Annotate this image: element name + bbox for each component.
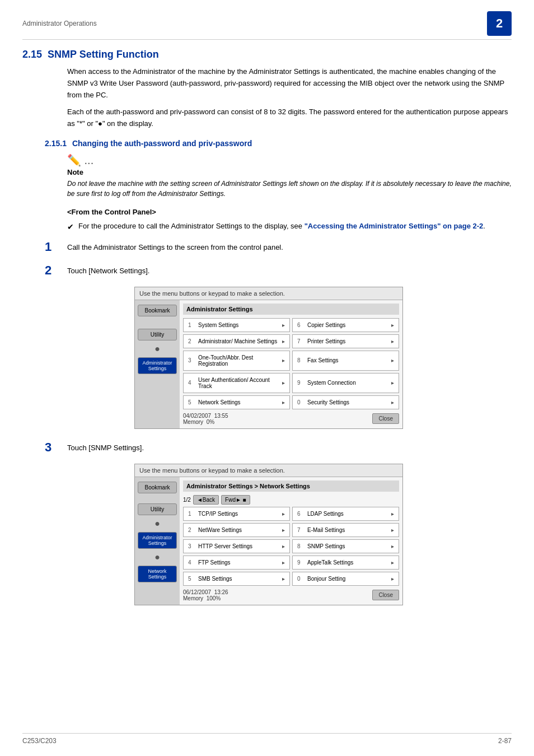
menu-item-label: LDAP Settings xyxy=(307,511,388,517)
screen2-inner: Bookmark Utility ● Administrator Setting… xyxy=(135,477,402,605)
menu-item-arrow: ▸ xyxy=(391,559,394,566)
screen1-header: Administrator Settings xyxy=(183,304,399,315)
menu-item-label: Copier Settings xyxy=(307,322,388,328)
menu-item-arrow: ▸ xyxy=(391,380,394,386)
screen2-admin-icon2: ● xyxy=(154,552,160,562)
section-body: When access to the Administrator of the … xyxy=(67,66,512,130)
menu-item[interactable]: 3One-Touch/Abbr. Dest Registration▸ xyxy=(183,351,290,371)
page-header: Administrator Operations 2 xyxy=(22,11,512,40)
menu-item-label: SMB Settings xyxy=(198,576,279,582)
menu-item[interactable]: 1System Settings▸ xyxy=(183,318,290,332)
step-1-text: Call the Administrator Settings to the s… xyxy=(67,240,283,254)
menu-item[interactable]: 4FTP Settings▸ xyxy=(183,556,290,570)
menu-item-arrow: ▸ xyxy=(391,576,394,582)
menu-item-arrow: ▸ xyxy=(391,543,394,549)
checkmark-icon: ✔ xyxy=(67,221,74,233)
sub-section-heading: 2.15.1 Changing the auth-password and pr… xyxy=(45,139,512,148)
menu-item[interactable]: 3HTTP Server Settings▸ xyxy=(183,539,290,553)
intro-para-1: When access to the Administrator of the … xyxy=(67,66,512,101)
menu-item-label: AppleTalk Settings xyxy=(307,559,388,566)
menu-item-label: System Settings xyxy=(198,322,279,328)
screen2-utility-btn[interactable]: Utility xyxy=(138,503,177,515)
admin-icon: ● xyxy=(154,344,160,354)
screen1-menu-grid: 1System Settings▸6Copier Settings▸2Admin… xyxy=(183,318,399,409)
menu-item-num: 9 xyxy=(297,559,304,566)
menu-item[interactable]: 7E-Mail Settings▸ xyxy=(292,523,399,537)
bookmark-btn[interactable]: Bookmark xyxy=(138,305,177,316)
screen1-top-bar: Use the menu buttons or keypad to make a… xyxy=(135,287,402,300)
screen2-main: Administrator Settings > Network Setting… xyxy=(180,477,402,605)
screen-2: Use the menu buttons or keypad to make a… xyxy=(134,464,403,605)
menu-item[interactable]: 2Administrator/ Machine Settings▸ xyxy=(183,334,290,348)
screen2-fwd-btn[interactable]: Fwd► ■ xyxy=(221,495,250,505)
page-footer: C253/C203 2-87 xyxy=(22,733,512,745)
screen2-close-btn[interactable]: Close xyxy=(372,590,399,600)
utility-btn[interactable]: Utility xyxy=(138,329,177,340)
menu-item[interactable]: 2NetWare Settings▸ xyxy=(183,523,290,537)
screen1-main: Administrator Settings 1System Settings▸… xyxy=(180,300,402,428)
menu-item[interactable]: 8SNMP Settings▸ xyxy=(292,539,399,553)
menu-item-label: NetWare Settings xyxy=(198,527,279,533)
menu-item[interactable]: 5Network Settings▸ xyxy=(183,395,290,409)
menu-item[interactable]: 1TCP/IP Settings▸ xyxy=(183,507,290,521)
screen1-close-btn[interactable]: Close xyxy=(372,413,399,424)
note-label: Note xyxy=(67,168,512,176)
menu-item-num: 6 xyxy=(297,511,304,517)
menu-item-arrow: ▸ xyxy=(391,399,394,405)
note-block: ✏️ ... Note Do not leave the machine wit… xyxy=(67,153,512,199)
menu-item[interactable]: 6Copier Settings▸ xyxy=(292,318,399,332)
menu-item[interactable]: 9AppleTalk Settings▸ xyxy=(292,556,399,570)
menu-item[interactable]: 0Bonjour Setting▸ xyxy=(292,572,399,586)
screen2-back-btn[interactable]: ◄Back xyxy=(193,495,219,505)
menu-item-label: Network Settings xyxy=(198,399,279,405)
menu-item[interactable]: 0Security Settings▸ xyxy=(292,395,399,409)
menu-item-num: 8 xyxy=(297,543,304,549)
menu-item-arrow: ▸ xyxy=(391,511,394,517)
menu-item[interactable]: 5SMB Settings▸ xyxy=(183,572,290,586)
screen-1: Use the menu buttons or keypad to make a… xyxy=(134,287,403,429)
menu-item[interactable]: 4User Authentication/ Account Track▸ xyxy=(183,373,290,393)
menu-item[interactable]: 8Fax Settings▸ xyxy=(292,351,399,371)
screen2-footer: 06/12/2007 13:26 Memory 100% Close xyxy=(183,589,399,601)
menu-item[interactable]: 6LDAP Settings▸ xyxy=(292,507,399,521)
menu-item-arrow: ▸ xyxy=(282,338,285,344)
screen2-admin-settings-btn[interactable]: Administrator Settings xyxy=(138,532,177,549)
from-control-panel: <From the Control Panel> xyxy=(67,208,512,216)
menu-item-num: 3 xyxy=(188,357,195,363)
accessing-admin-link[interactable]: "Accessing the Administrator Settings" o… xyxy=(305,222,484,230)
menu-item[interactable]: 7Printer Settings▸ xyxy=(292,334,399,348)
menu-item-label: HTTP Server Settings xyxy=(198,543,279,549)
menu-item[interactable]: 9System Connection▸ xyxy=(292,373,399,393)
menu-item-num: 4 xyxy=(188,559,195,566)
section-number: 2.15 xyxy=(22,49,42,60)
screen2-footer-left: 06/12/2007 13:26 Memory 100% xyxy=(183,589,228,601)
menu-item-label: Security Settings xyxy=(307,399,388,405)
menu-item-num: 5 xyxy=(188,399,195,405)
header-title: Administrator Operations xyxy=(22,20,97,27)
step-3-text: Touch [SNMP Settings]. xyxy=(67,440,144,454)
menu-item-arrow: ▸ xyxy=(282,380,285,386)
page-badge: 2 xyxy=(487,11,512,36)
menu-item-arrow: ▸ xyxy=(391,338,394,344)
bullet-item: ✔ For the procedure to call the Administ… xyxy=(67,221,512,233)
menu-item-num: 7 xyxy=(297,527,304,533)
menu-item-num: 0 xyxy=(297,576,304,582)
menu-item-num: 0 xyxy=(297,399,304,405)
menu-item-num: 2 xyxy=(188,527,195,533)
step-3: 3 Touch [SNMP Settings]. xyxy=(45,440,512,455)
menu-item-label: TCP/IP Settings xyxy=(198,511,279,517)
menu-item-label: Fax Settings xyxy=(307,357,388,363)
screen2-network-settings-btn[interactable]: Network Settings xyxy=(138,566,177,582)
screen2-nav-row: 1/2 ◄Back Fwd► ■ xyxy=(183,495,399,505)
sub-section-number: 2.15.1 xyxy=(45,139,67,148)
step-2: 2 Touch [Network Settings]. xyxy=(45,263,512,278)
screen2-bookmark-btn[interactable]: Bookmark xyxy=(138,482,177,493)
step-2-number: 2 xyxy=(45,263,58,278)
menu-item-label: System Connection xyxy=(307,380,388,386)
section-heading: 2.15 SNMP Setting Function xyxy=(22,49,512,60)
screen2-menu-grid: 1TCP/IP Settings▸6LDAP Settings▸2NetWare… xyxy=(183,507,399,586)
step-1-number: 1 xyxy=(45,240,58,254)
admin-settings-btn[interactable]: Administrator Settings xyxy=(138,357,177,374)
menu-item-label: Administrator/ Machine Settings xyxy=(198,338,279,344)
menu-item-arrow: ▸ xyxy=(391,322,394,328)
